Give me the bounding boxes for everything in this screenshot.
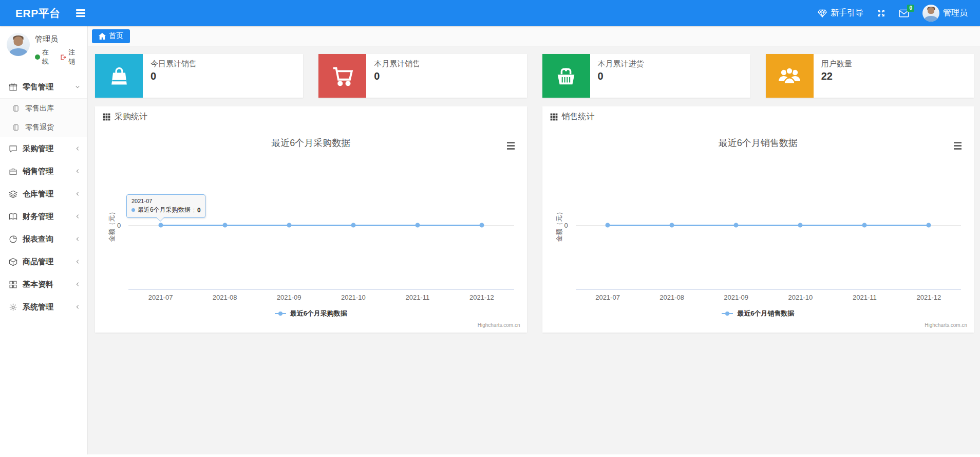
stat-card-month-sales: 本月累计销售 0 <box>318 54 526 98</box>
sidebar-item-label: 系统管理 <box>23 302 70 312</box>
th-grid-icon <box>550 113 558 121</box>
shopping-cart-icon <box>318 54 366 98</box>
tab-home[interactable]: 首页 <box>92 29 130 43</box>
book-icon <box>8 212 17 221</box>
retail-submenu: 零售出库 零售退货 <box>0 98 87 137</box>
sidebar-item-label: 报表查询 <box>23 234 70 244</box>
sidebar-item-warehouse[interactable]: 仓库管理 <box>0 182 87 205</box>
layers-icon <box>8 189 17 198</box>
stat-cards-row: 今日累计销售 0 本月累计销售 0 本月累计进货 0 <box>95 54 974 98</box>
sidebar-item-basic-data[interactable]: 基本资料 <box>0 273 87 296</box>
fullscreen-button[interactable] <box>877 9 885 17</box>
data-point[interactable] <box>734 223 739 228</box>
online-label: 在线 <box>42 48 55 66</box>
highcharts-credit-link[interactable]: Highcharts.com.cn <box>925 322 967 328</box>
gift-icon <box>8 82 17 92</box>
sidebar-item-label: 采购管理 <box>23 144 70 154</box>
logout-link[interactable]: 注销 <box>60 48 81 66</box>
stat-card-value: 0 <box>150 70 197 82</box>
data-point[interactable] <box>927 223 931 228</box>
pie-chart-icon <box>8 234 17 244</box>
stat-card-user-count: 用户数量 22 <box>766 54 974 98</box>
data-point[interactable] <box>287 223 291 228</box>
y-tick-label: 0 <box>117 222 121 229</box>
y-axis-title: 金额（元） <box>107 209 117 242</box>
stat-card-title: 今日累计销售 <box>150 59 197 69</box>
username: 管理员 <box>943 8 968 19</box>
guide-button[interactable]: 新手引导 <box>818 8 863 19</box>
chevron-left-icon <box>75 282 80 287</box>
data-point[interactable] <box>351 223 355 228</box>
chart-tooltip: 2021-07 最近6个月采购数据: 0 <box>126 194 205 218</box>
x-tick-label: 2021-11 <box>385 294 449 301</box>
data-point[interactable] <box>862 223 867 228</box>
profile-name: 管理员 <box>35 33 81 44</box>
stat-card-value: 0 <box>598 70 644 82</box>
legend-item[interactable]: 最近6个月采购数据 <box>95 309 527 318</box>
panel-title: 销售统计 <box>562 112 595 122</box>
sidebar-item-retail-return[interactable]: 零售退货 <box>0 118 87 137</box>
messages-button[interactable]: 0 <box>899 9 909 17</box>
y-tick-label: 0 <box>564 222 568 229</box>
data-point[interactable] <box>479 223 484 228</box>
sidebar-item-label: 财务管理 <box>23 212 70 222</box>
shopping-bag-icon <box>95 54 143 98</box>
legend-item[interactable]: 最近6个月销售数据 <box>542 309 974 318</box>
user-menu[interactable]: 管理员 <box>922 5 968 22</box>
mail-badge: 0 <box>907 5 914 12</box>
y-axis-title: 金额（元） <box>555 209 564 242</box>
x-axis-line <box>128 289 514 290</box>
data-point[interactable] <box>415 223 420 228</box>
sidebar-item-retail[interactable]: 零售管理 <box>0 76 87 98</box>
data-point[interactable] <box>670 223 674 228</box>
x-axis-line <box>576 289 962 290</box>
x-tick-label: 2021-12 <box>449 294 514 301</box>
tooltip-value: 0 <box>197 207 201 214</box>
data-point[interactable] <box>222 223 227 228</box>
chevron-left-icon <box>75 214 80 219</box>
fullscreen-icon <box>877 9 885 17</box>
sidebar-item-reports[interactable]: 报表查询 <box>0 228 87 250</box>
x-tick-label: 2021-08 <box>193 294 257 301</box>
sidebar-item-label: 零售管理 <box>23 82 70 92</box>
logout-icon <box>60 54 67 61</box>
chevron-left-icon <box>75 259 80 264</box>
data-point[interactable] <box>158 223 163 228</box>
highcharts-credit-link[interactable]: Highcharts.com.cn <box>478 322 520 328</box>
footer-strip <box>0 454 980 457</box>
avatar <box>922 5 939 22</box>
grid-icon <box>8 280 17 289</box>
th-grid-icon <box>103 113 110 121</box>
sidebar-item-retail-outbound[interactable]: 零售出库 <box>0 99 87 118</box>
logout-label: 注销 <box>68 48 81 66</box>
comment-icon <box>8 144 17 153</box>
guide-label: 新手引导 <box>831 8 863 19</box>
basket-icon <box>542 54 590 98</box>
sidebar-toggle-icon[interactable] <box>76 9 85 17</box>
chart-panels-row: 采购统计 最近6个月采购数据 金额（元） 0 <box>95 106 974 333</box>
briefcase-icon <box>8 167 17 176</box>
sidebar-item-system[interactable]: 系统管理 <box>0 296 87 318</box>
sidebar-menu: 零售管理 零售出库 零售退货 采购管理 <box>0 76 87 318</box>
sidebar-item-goods[interactable]: 商品管理 <box>0 250 87 273</box>
stat-card-value: 0 <box>374 70 420 82</box>
x-axis-labels: 2021-07 2021-08 2021-09 2021-10 2021-11 … <box>576 294 962 301</box>
stat-card-today-sales: 今日累计销售 0 <box>95 54 303 98</box>
sidebar-item-sales[interactable]: 销售管理 <box>0 160 87 182</box>
chart-context-menu-button[interactable] <box>954 142 962 150</box>
sales-stats-panel: 销售统计 最近6个月销售数据 金额（元） 0 <box>542 106 974 333</box>
profile-block: 管理员 在线 注销 <box>0 26 87 71</box>
sidebar-item-purchase[interactable]: 采购管理 <box>0 137 87 160</box>
chart-context-menu-button[interactable] <box>507 142 515 150</box>
chevron-down-icon <box>75 84 80 89</box>
data-point[interactable] <box>798 223 803 228</box>
sidebar-item-finance[interactable]: 财务管理 <box>0 205 87 228</box>
stat-card-title: 用户数量 <box>821 59 852 69</box>
purchase-chart: 最近6个月采购数据 金额（元） 0 <box>95 127 527 333</box>
legend-marker-icon <box>722 311 733 316</box>
stat-card-title: 本月累计销售 <box>374 59 420 69</box>
sidebar-item-label: 商品管理 <box>23 257 70 267</box>
data-point[interactable] <box>606 223 610 228</box>
avatar <box>7 33 30 56</box>
tab-bar: 首页 <box>88 26 980 46</box>
